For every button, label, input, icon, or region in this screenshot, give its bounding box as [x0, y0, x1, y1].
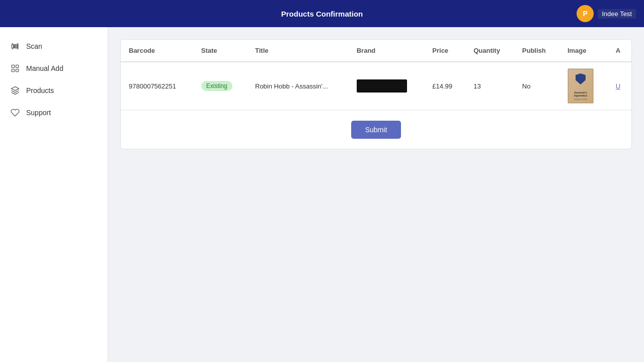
sidebar-label-support: Support: [26, 109, 51, 117]
scan-icon: [10, 41, 20, 51]
submit-row: Submit: [121, 110, 631, 149]
col-barcode: Barcode: [121, 40, 193, 62]
main-content: Barcode State Title Brand Price Quantity…: [108, 27, 644, 362]
sidebar-label-products: Products: [26, 86, 54, 95]
svg-rect-2: [16, 44, 17, 48]
products-table: Barcode State Title Brand Price Quantity…: [121, 40, 631, 110]
table-header-row: Barcode State Title Brand Price Quantity…: [121, 40, 631, 62]
book-shield-decoration: [576, 73, 586, 84]
grid-icon: [10, 63, 20, 73]
support-icon: [10, 108, 20, 118]
sidebar-item-scan[interactable]: Scan: [0, 35, 108, 57]
cell-barcode: 9780007562251: [121, 62, 193, 110]
tag-icon: [10, 85, 20, 96]
user-name: Indee Test: [598, 9, 636, 19]
avatar: P: [577, 5, 594, 22]
book-author-decoration: ROBIN HOBB: [570, 98, 592, 101]
user-menu[interactable]: P Indee Test: [577, 5, 636, 22]
main-layout: Scan Manual Add Products Support: [0, 27, 644, 362]
col-publish: Publish: [514, 40, 559, 62]
cell-quantity: 13: [465, 62, 514, 110]
svg-rect-11: [16, 69, 19, 72]
sidebar-item-manual-add[interactable]: Manual Add: [0, 57, 108, 79]
svg-rect-0: [12, 44, 13, 48]
submit-button[interactable]: Submit: [351, 121, 401, 139]
sidebar-item-products[interactable]: Products: [0, 79, 108, 102]
book-title-decoration: Assassin's Apprentice: [570, 91, 592, 97]
col-brand: Brand: [349, 40, 425, 62]
cell-state: Existing: [193, 62, 247, 110]
cell-image: Assassin's Apprentice ROBIN HOBB: [559, 62, 608, 110]
svg-rect-1: [14, 44, 15, 48]
topbar: Products Confirmation P Indee Test: [0, 0, 644, 27]
book-cover-image: Assassin's Apprentice ROBIN HOBB: [568, 68, 594, 104]
sidebar: Scan Manual Add Products Support: [0, 27, 108, 362]
col-title: Title: [247, 40, 349, 62]
cell-title: Robin Hobb - Assassin'...: [247, 62, 349, 110]
col-image: Image: [559, 40, 608, 62]
page-title: Products Confirmation: [281, 10, 363, 18]
state-badge: Existing: [201, 81, 232, 91]
svg-rect-10: [12, 69, 14, 72]
sidebar-label-scan: Scan: [26, 42, 42, 50]
brand-color-block: [357, 79, 407, 93]
svg-rect-9: [16, 65, 19, 67]
col-price: Price: [424, 40, 465, 62]
cell-price: £14.99: [424, 62, 465, 110]
cell-action[interactable]: U: [608, 62, 631, 110]
col-state: State: [193, 40, 247, 62]
table-card: Barcode State Title Brand Price Quantity…: [120, 39, 632, 149]
sidebar-item-support[interactable]: Support: [0, 102, 108, 124]
svg-rect-8: [12, 65, 14, 67]
table-row: 9780007562251 Existing Robin Hobb - Assa…: [121, 62, 631, 110]
cell-publish: No: [514, 62, 559, 110]
sidebar-label-manual-add: Manual Add: [26, 64, 63, 72]
col-quantity: Quantity: [465, 40, 514, 62]
cell-brand: [349, 62, 425, 110]
col-action: A: [608, 40, 631, 62]
svg-rect-3: [18, 44, 19, 48]
action-link[interactable]: U: [616, 82, 620, 90]
